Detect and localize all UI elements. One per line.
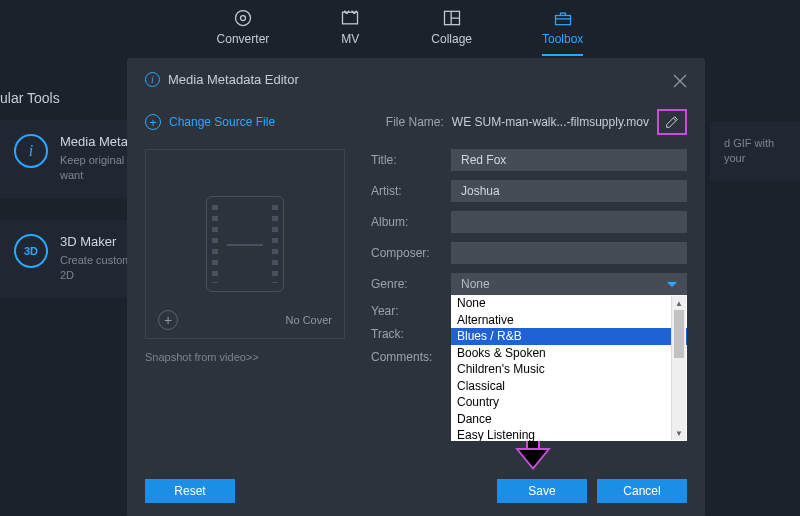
genre-option[interactable]: Classical (451, 378, 687, 395)
card-title: 3D Maker (60, 234, 134, 249)
svg-point-0 (235, 11, 250, 26)
scrollbar[interactable]: ▲ ▼ (671, 296, 686, 440)
artist-label: Artist: (371, 184, 441, 198)
comments-label: Comments: (371, 350, 441, 364)
genre-option[interactable]: Children's Music (451, 361, 687, 378)
chevron-down-icon (667, 282, 677, 287)
filename-value: WE SUM-man-walk...-filmsupply.mov (452, 115, 649, 129)
form-column: Title: Artist: Album: Composer: Genre: N… (371, 149, 687, 364)
cover-column: + No Cover Snapshot from video>> (145, 149, 345, 364)
genre-option[interactable]: Books & Spoken (451, 345, 687, 362)
scroll-up-icon[interactable]: ▲ (672, 296, 686, 310)
tab-converter[interactable]: Converter (217, 8, 270, 56)
composer-label: Composer: (371, 246, 441, 260)
close-icon (671, 72, 689, 90)
filename-row: File Name: WE SUM-man-walk...-filmsupply… (386, 109, 687, 135)
genre-label: Genre: (371, 277, 441, 291)
toolbox-icon (552, 8, 574, 28)
genre-dropdown: NoneAlternativeBlues / R&BBooks & Spoken… (451, 295, 687, 441)
modal-subheader: + Change Source File File Name: WE SUM-m… (127, 101, 705, 149)
change-source-label: Change Source File (169, 115, 275, 129)
reset-button[interactable]: Reset (145, 479, 235, 503)
title-label: Title: (371, 153, 441, 167)
modal-title: Media Metadata Editor (168, 72, 299, 87)
info-icon: i (145, 72, 160, 87)
genre-select-head[interactable]: None (451, 273, 687, 295)
modal-footer: Reset Save Cancel (145, 479, 687, 503)
converter-icon (232, 8, 254, 28)
track-label: Track: (371, 327, 441, 341)
collage-icon (441, 8, 463, 28)
tab-mv[interactable]: MV (339, 8, 361, 56)
modal-body: + No Cover Snapshot from video>> Title: … (127, 149, 705, 364)
tab-label: MV (341, 32, 359, 46)
scroll-down-icon[interactable]: ▼ (672, 426, 686, 440)
svg-rect-4 (555, 16, 570, 25)
tab-toolbox[interactable]: Toolbox (542, 8, 583, 56)
tab-label: Toolbox (542, 32, 583, 46)
genre-option[interactable]: Dance (451, 411, 687, 428)
year-label: Year: (371, 304, 441, 318)
tab-label: Collage (431, 32, 472, 46)
metadata-editor-modal: i Media Metadata Editor + Change Source … (127, 58, 705, 516)
scroll-thumb[interactable] (674, 310, 684, 358)
3d-icon: 3D (14, 234, 48, 268)
tab-label: Converter (217, 32, 270, 46)
change-source-button[interactable]: + Change Source File (145, 114, 275, 130)
info-icon: i (14, 134, 48, 168)
snapshot-link[interactable]: Snapshot from video>> (145, 351, 259, 363)
close-button[interactable] (671, 72, 689, 90)
genre-option[interactable]: Blues / R&B (451, 328, 687, 345)
genre-option[interactable]: Country (451, 394, 687, 411)
pencil-icon (664, 114, 680, 130)
film-icon (206, 196, 284, 292)
filename-label: File Name: (386, 115, 444, 129)
genre-option[interactable]: Alternative (451, 312, 687, 329)
plus-icon: + (145, 114, 161, 130)
artist-input[interactable] (451, 180, 687, 202)
cover-preview: + No Cover (145, 149, 345, 339)
composer-input[interactable] (451, 242, 687, 264)
genre-selected: None (461, 277, 490, 291)
edit-filename-button[interactable] (657, 109, 687, 135)
tab-collage[interactable]: Collage (431, 8, 472, 56)
album-input[interactable] (451, 211, 687, 233)
card-right-desc: d GIF with your (724, 136, 786, 167)
card-desc: Create customi 2D (60, 253, 134, 284)
title-input[interactable] (451, 149, 687, 171)
save-button[interactable]: Save (497, 479, 587, 503)
genre-option[interactable]: None (451, 295, 687, 312)
mv-icon (339, 8, 361, 28)
svg-rect-2 (343, 12, 358, 24)
modal-header: i Media Metadata Editor (127, 58, 705, 101)
top-tabs: Converter MV Collage Toolbox (0, 0, 800, 56)
no-cover-label: No Cover (286, 314, 332, 326)
genre-select[interactable]: None NoneAlternativeBlues / R&BBooks & S… (451, 273, 687, 295)
svg-point-1 (240, 16, 245, 21)
add-cover-button[interactable]: + (158, 310, 178, 330)
genre-option[interactable]: Easy Listening (451, 427, 687, 441)
album-label: Album: (371, 215, 441, 229)
cancel-button[interactable]: Cancel (597, 479, 687, 503)
